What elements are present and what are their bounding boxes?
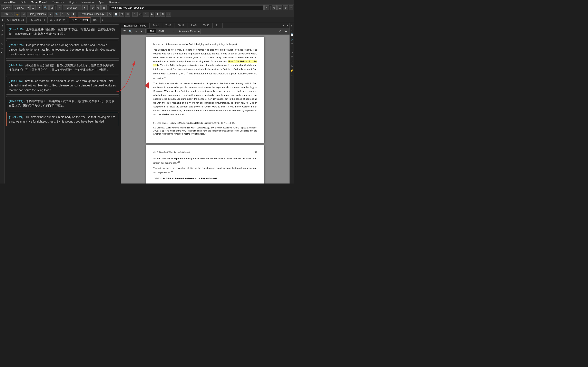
right-sidebar-icon-text[interactable]: 文: [290, 55, 294, 59]
left-sidebar-icon-star[interactable]: ★: [0, 28, 4, 32]
pdf-down-btn[interactable]: ▼: [139, 29, 144, 34]
t2-layout-btn[interactable]: ▦: [125, 12, 130, 17]
book-nav-prev[interactable]: ◄: [21, 12, 26, 17]
tool-tab-4[interactable]: Tool4: [175, 23, 187, 28]
pdf-page2-header-right: 257: [253, 150, 257, 154]
left-sidebar-icon-hex[interactable]: ⬡: [0, 42, 4, 46]
nav-down-btn[interactable]: ▼: [36, 5, 42, 10]
right-sidebar-icon-diamond[interactable]: ◆: [290, 42, 294, 46]
tab-kjv-1cor[interactable]: KJV-1Cor 15:23: [4, 17, 26, 23]
expand-btn[interactable]: ⬡: [166, 12, 171, 17]
music-icon-2: ♪: [24, 44, 26, 47]
copy-btn[interactable]: ⧉: [96, 5, 101, 10]
book-nav-next[interactable]: ►: [48, 12, 53, 17]
scope-select[interactable]: CBSC: [1, 12, 14, 17]
right-sidebar-icon-hex2[interactable]: ⬡: [290, 59, 294, 64]
tool-tab-5[interactable]: Tool5: [187, 23, 200, 28]
pdf-more-btn[interactable]: ≫: [283, 29, 288, 34]
tool-tab-evangelical[interactable]: Evangelical Theolog: [121, 23, 150, 28]
tool-tab-2[interactable]: Tool2: [150, 23, 162, 28]
commentary-select[interactable]: CSB, C...: [13, 5, 30, 10]
tool-tab-overflow[interactable]: T...: [213, 23, 223, 28]
parallel-btn[interactable]: ⧉: [272, 5, 277, 10]
tab-bit[interactable]: Bit...: [91, 17, 101, 23]
tab-nav-left[interactable]: ◄: [0, 17, 4, 23]
tool-tab-nav-next[interactable]: ►: [285, 23, 290, 28]
t2-copy-btn[interactable]: ⊞: [120, 12, 124, 17]
tab-kjv-john[interactable]: KJV-John 6:44: [26, 17, 48, 23]
menu-plugins[interactable]: Plugins: [68, 0, 77, 4]
right-sidebar-icon-nav[interactable]: ►: [290, 24, 294, 28]
pdf-up-btn[interactable]: ▲: [134, 29, 138, 34]
lock-btn[interactable]: 🔒: [15, 12, 20, 17]
t2-search-btn[interactable]: 🔍: [54, 12, 60, 17]
filter-icon-btn[interactable]: ⊞: [49, 5, 54, 10]
t2-pencil-btn[interactable]: ✎: [107, 12, 112, 17]
tool-tab-nav-prev[interactable]: ◄: [281, 23, 285, 28]
right-sidebar-icon-bolt1[interactable]: ⚡: [290, 68, 294, 73]
search-icon-btn[interactable]: 🔍: [43, 5, 49, 10]
pdf-zoom-select[interactable]: Automatic Zoom 50% 75% 100% 125% 150%: [177, 29, 201, 34]
pdf-page2-header: § 2.5 The God Who Reveals Himself 257: [153, 150, 257, 154]
pdf-page-input[interactable]: [147, 29, 156, 34]
pdf-zoom-in-btn[interactable]: +: [172, 29, 176, 34]
tool-tab-6[interactable]: Tool6: [200, 23, 213, 28]
ref-next-btn[interactable]: ►: [82, 5, 87, 10]
ref-display[interactable]: 1Pet 2:24: [63, 5, 81, 10]
left-sidebar-icon-lines[interactable]: ≋: [0, 46, 4, 50]
ref-prev-btn[interactable]: ◄: [57, 5, 62, 10]
t2-edit-btn[interactable]: ✎: [66, 12, 70, 17]
search-box[interactable]: [109, 5, 264, 10]
red-arrow-indicator: [145, 82, 149, 89]
book-label[interactable]: Bible_Promises: [27, 12, 47, 17]
pdf-zoom-out-btn[interactable]: −: [168, 29, 171, 34]
right-sidebar-icon-star[interactable]: ★: [290, 28, 294, 32]
menu-apps[interactable]: Apps: [98, 0, 105, 4]
right-sidebar-icon-link[interactable]: 🔗: [290, 37, 294, 41]
t2-note-btn[interactable]: 📄: [113, 12, 119, 17]
t2-export-btn[interactable]: ⬆: [71, 12, 76, 17]
right-sidebar-icon-doc[interactable]: 📄: [290, 33, 294, 37]
right-sidebar-icon-plus-circle[interactable]: ⊕: [290, 50, 294, 55]
pdf-sidebar-btn[interactable]: ☰: [122, 29, 127, 34]
menu-master-control[interactable]: Master Control: [30, 0, 48, 4]
bible-version-select[interactable]: CUV: [1, 5, 12, 10]
verse-block-1pet224-cn: (1Pet 2:24) ♪ 他被掛在木頭上，親身擔當了我們的罪，使我們既然在罪上…: [6, 96, 119, 110]
pdf-fit-btn[interactable]: ⬡: [278, 29, 282, 34]
right-sidebar-icon-plus2[interactable]: ⊕: [290, 64, 294, 68]
tab-overflow-right[interactable]: ►: [101, 17, 105, 23]
menu-information[interactable]: Information: [81, 0, 95, 4]
nav-up-btn[interactable]: ▲: [30, 5, 36, 10]
evangelical-theology-btn[interactable]: Evangelical Theology: [78, 12, 107, 17]
play-btn[interactable]: ▶: [150, 12, 154, 17]
left-sidebar-icon-p[interactable]: P: [0, 33, 4, 37]
refresh-btn[interactable]: ↻: [160, 12, 165, 17]
left-sidebar-icon-nav[interactable]: ◄: [0, 24, 4, 28]
menu-uniquebible[interactable]: UniqueBible: [2, 0, 17, 4]
tool-tab-3[interactable]: Tool3: [162, 23, 175, 28]
search-clear-btn[interactable]: ✕: [264, 5, 269, 10]
left-sidebar-icon-arrows[interactable]: ↕: [0, 37, 4, 41]
left-sidebar-icon-circle[interactable]: ○: [0, 50, 4, 55]
download-btn[interactable]: ⬇: [155, 12, 160, 17]
crosshair-btn[interactable]: ⊕: [90, 5, 95, 10]
font-dec-btn[interactable]: A-: [132, 12, 138, 17]
pdf-toolbar: ☰ 🔍 ▲ ▼ of 999 − + Automatic Zoom 50% 75…: [121, 28, 290, 35]
pdf-content[interactable]: is a record of the events whereby God di…: [121, 35, 290, 184]
tab-bar: ◄ KJV-1Cor 15:23 KJV-John 6:44 CUV-John …: [0, 17, 294, 23]
right-sidebar-icon-sparkle[interactable]: ✦: [290, 46, 294, 50]
t2-highlight-btn[interactable]: A: [61, 12, 65, 17]
tab-cuv-john[interactable]: CUV-John 6:44: [48, 17, 69, 23]
more-btn[interactable]: ≡: [289, 5, 293, 10]
menu-bible[interactable]: Bible: [20, 0, 27, 4]
pdf-search-btn[interactable]: 🔍: [128, 29, 133, 34]
share-btn[interactable]: ⬡: [277, 5, 282, 10]
right-sidebar-icon-bolt2[interactable]: ⚡: [290, 73, 294, 77]
tab-cuv-1pet[interactable]: CUV-1Pet 2:24: [69, 17, 91, 23]
font-inc-btn[interactable]: A+: [143, 12, 149, 17]
verse-ref-rom325-cn: (Rom 3:25): [9, 28, 24, 31]
menu-resources[interactable]: Resources: [51, 0, 64, 4]
menu-developer[interactable]: Developer: [108, 0, 121, 4]
add-btn[interactable]: ⊕: [283, 5, 288, 10]
layout-btn[interactable]: ▦: [102, 5, 107, 10]
